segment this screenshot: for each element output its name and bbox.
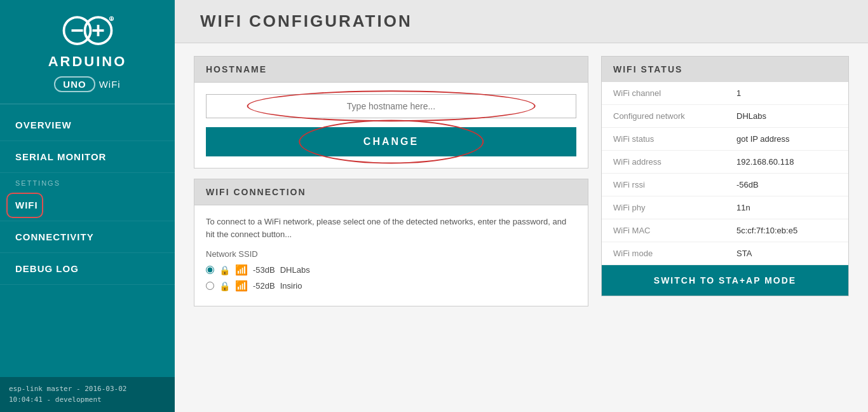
sidebar-nav: OVERVIEW SERIAL MONITOR SETTINGS WIFI CO… bbox=[0, 109, 175, 377]
hostname-section-body: CHANGE bbox=[194, 83, 588, 168]
wifi-status-label-7: WiFi mode bbox=[602, 242, 725, 265]
network-name-0: DHLabs bbox=[280, 265, 310, 275]
footer-line2: 10:04:41 - development bbox=[9, 394, 166, 406]
wifi-status-row-6: WiFi MAC5c:cf:7f:10:eb:e5 bbox=[602, 219, 848, 242]
wifi-status-table: WiFi channel1Configured networkDHLabsWiF… bbox=[602, 82, 848, 265]
arduino-logo-icon: R bbox=[59, 11, 116, 50]
hostname-input[interactable] bbox=[206, 94, 576, 118]
wifi-status-value-2: got IP address bbox=[725, 128, 848, 151]
sidebar-item-serial-monitor[interactable]: SERIAL MONITOR bbox=[0, 141, 175, 173]
wifi-status-value-6: 5c:cf:7f:10:eb:e5 bbox=[725, 219, 848, 242]
wifi-connection-description: To connect to a WiFi network, please sel… bbox=[206, 216, 576, 240]
wifi-status-row-3: WiFi address192.168.60.118 bbox=[602, 151, 848, 174]
network-ssid-label: Network SSID bbox=[206, 249, 576, 259]
network-signal-0: -53dB bbox=[253, 265, 275, 275]
wifi-connection-header: WIFI CONNECTION bbox=[194, 179, 588, 205]
wifi-status-row-7: WiFi modeSTA bbox=[602, 242, 848, 265]
network-item-1: 🔒 📶 -52dB Insirio bbox=[206, 280, 576, 292]
wifi-status-row-0: WiFi channel1 bbox=[602, 82, 848, 105]
wifi-status-value-1: DHLabs bbox=[725, 105, 848, 128]
sidebar-footer: esp-link master - 2016-03-02 10:04:41 - … bbox=[0, 377, 175, 412]
arduino-brand-text: ARDUINO bbox=[48, 53, 127, 70]
wifi-status-label-2: WiFi status bbox=[602, 128, 725, 151]
wifi-status-header: WIFI STATUS bbox=[602, 57, 848, 82]
wifi-status-value-0: 1 bbox=[725, 82, 848, 105]
svg-text:R: R bbox=[111, 17, 113, 21]
wifi-status-label-6: WiFi MAC bbox=[602, 219, 725, 242]
change-button[interactable]: CHANGE bbox=[206, 127, 576, 156]
wifi-connection-body: To connect to a WiFi network, please sel… bbox=[194, 205, 588, 306]
wifi-status-section: WIFI STATUS WiFi channel1Configured netw… bbox=[601, 56, 849, 296]
sidebar-item-connectivity[interactable]: CONNECTIVITY bbox=[0, 221, 175, 253]
page-title: WIFI CONFIGURATION bbox=[200, 11, 843, 31]
change-button-wrap: CHANGE bbox=[206, 127, 576, 156]
wifi-status-label-5: WiFi phy bbox=[602, 196, 725, 219]
wifi-status-row-4: WiFi rssi-56dB bbox=[602, 174, 848, 196]
wifi-badge-label: WiFi bbox=[99, 79, 121, 90]
main-content: WIFI CONFIGURATION HOSTNAME CHANGE bbox=[175, 0, 868, 412]
network-signal-1: -52dB bbox=[253, 281, 275, 291]
sidebar-item-wifi[interactable]: WIFI bbox=[0, 189, 175, 221]
sidebar-item-overview[interactable]: OVERVIEW bbox=[0, 109, 175, 141]
wifi-status-label-4: WiFi rssi bbox=[602, 174, 725, 196]
logo-area: R ARDUINO UNO WiFi bbox=[0, 0, 175, 99]
wifi-status-row-1: Configured networkDHLabs bbox=[602, 105, 848, 128]
wifi-status-value-4: -56dB bbox=[725, 174, 848, 196]
divider bbox=[0, 104, 175, 104]
wifi-status-row-2: WiFi statusgot IP address bbox=[602, 128, 848, 151]
network-item-0: 🔒 📶 -53dB DHLabs bbox=[206, 264, 576, 276]
left-column: HOSTNAME CHANGE WIFI CONNECTION To con bbox=[194, 56, 588, 306]
lock-icon-1: 🔒 bbox=[219, 281, 230, 291]
switch-mode-button[interactable]: SWITCH TO STA+AP MODE bbox=[602, 265, 848, 296]
uno-badge: UNO bbox=[54, 76, 95, 92]
wifi-status-label-1: Configured network bbox=[602, 105, 725, 128]
footer-line1: esp-link master - 2016-03-02 bbox=[9, 383, 166, 395]
wifi-status-value-3: 192.168.60.118 bbox=[725, 151, 848, 174]
signal-icon-1: 📶 bbox=[235, 280, 248, 292]
network-radio-0[interactable] bbox=[206, 266, 214, 274]
lock-icon-0: 🔒 bbox=[219, 265, 230, 275]
wifi-status-value-5: 11n bbox=[725, 196, 848, 219]
settings-section-label: SETTINGS bbox=[0, 173, 175, 189]
hostname-input-wrap bbox=[206, 94, 576, 118]
hostname-section: HOSTNAME CHANGE bbox=[194, 56, 588, 168]
network-radio-1[interactable] bbox=[206, 282, 214, 290]
network-name-1: Insirio bbox=[280, 281, 302, 291]
sidebar: R ARDUINO UNO WiFi OVERVIEW SERIAL MONIT… bbox=[0, 0, 175, 412]
wifi-status-row-5: WiFi phy11n bbox=[602, 196, 848, 219]
sidebar-item-debug-log[interactable]: DEBUG LOG bbox=[0, 253, 175, 285]
wifi-connection-section: WIFI CONNECTION To connect to a WiFi net… bbox=[194, 179, 588, 306]
main-body: HOSTNAME CHANGE WIFI CONNECTION To con bbox=[175, 43, 868, 319]
hostname-section-header: HOSTNAME bbox=[194, 57, 588, 83]
page-header: WIFI CONFIGURATION bbox=[175, 0, 868, 43]
wifi-status-label-3: WiFi address bbox=[602, 151, 725, 174]
wifi-status-label-0: WiFi channel bbox=[602, 82, 725, 105]
board-badge: UNO WiFi bbox=[54, 76, 120, 92]
right-column: WIFI STATUS WiFi channel1Configured netw… bbox=[601, 56, 849, 306]
signal-icon-0: 📶 bbox=[235, 264, 248, 276]
wifi-status-value-7: STA bbox=[725, 242, 848, 265]
